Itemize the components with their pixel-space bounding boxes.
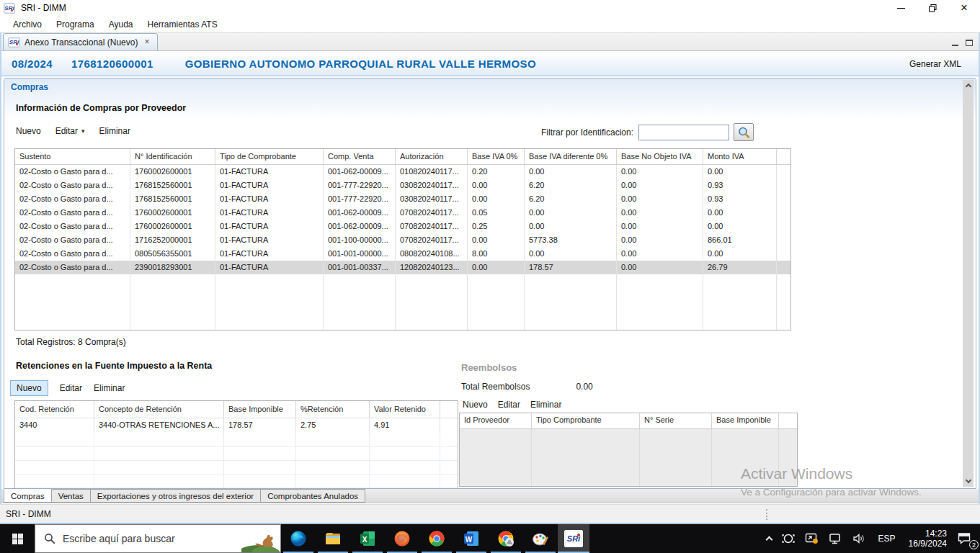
table-row[interactable]: 02-Costo o Gasto para d...08050563550010… — [15, 247, 790, 261]
header-cell[interactable]: Tipo de Comprobante — [215, 149, 324, 164]
tab-comprobantes-anulados[interactable]: Comprobantes Anulados — [261, 489, 365, 503]
restore-button[interactable] — [917, 0, 948, 16]
clock[interactable]: 14:23 16/9/2024 — [903, 524, 953, 553]
tab-ventas[interactable]: Ventas — [52, 489, 91, 503]
filter-search-button[interactable] — [734, 123, 754, 141]
reembolsos-table: Id ProveedorTipo ComprobanteN° SerieBase… — [459, 413, 798, 487]
table-row[interactable]: 02-Costo o Gasto para d...17681525600010… — [15, 192, 790, 206]
minimize-button[interactable] — [885, 0, 917, 16]
table-row[interactable]: 02-Costo o Gasto para d...23900182930010… — [15, 261, 790, 274]
scroll-down-button[interactable] — [963, 476, 974, 487]
header-cell[interactable]: Autorización — [396, 149, 468, 164]
tab-anexo-transaccional[interactable]: SRi Anexo Transaccional (Nuevo) × — [3, 33, 158, 50]
taskbar-search[interactable]: Escribe aquí para buscar — [35, 524, 281, 553]
header-cell[interactable]: Base IVA diferente 0% — [525, 149, 617, 164]
cell: 0.00 — [617, 206, 703, 220]
header-cell[interactable]: Base Imponible — [224, 401, 296, 418]
header-cell[interactable]: N° Serie — [640, 413, 712, 428]
tab-exportaciones[interactable]: Exportaciones y otros ingresos del exter… — [91, 489, 261, 503]
header-cell[interactable]: Tipo Comprobante — [532, 413, 640, 428]
table-row — [15, 274, 790, 330]
header-cell[interactable]: N° Identificación — [130, 149, 215, 164]
taskbar-sri-dimm[interactable]: SRi — [558, 524, 589, 553]
generar-xml-button[interactable]: Generar XML — [905, 57, 966, 71]
table-row[interactable]: 02-Costo o Gasto para d...17162520000010… — [15, 233, 790, 247]
language-indicator[interactable]: ESP — [871, 524, 903, 553]
header-cell[interactable]: Concepto de Retención — [94, 401, 224, 418]
header-cell[interactable]: Sustento — [15, 149, 130, 164]
cell: 5773.38 — [525, 233, 617, 247]
cell: 0.93 — [703, 192, 777, 206]
compras-eliminar-button[interactable]: Eliminar — [99, 126, 130, 136]
taskbar-file-explorer[interactable] — [316, 524, 350, 553]
view-minimize-icon[interactable] — [952, 45, 958, 46]
start-button[interactable] — [0, 524, 35, 553]
retenciones-eliminar-button[interactable]: Eliminar — [94, 383, 125, 393]
cell: 0.00 — [703, 220, 777, 233]
filter-input[interactable] — [638, 125, 729, 140]
taskbar-edge[interactable] — [281, 524, 316, 553]
header-cell[interactable]: Monto IVA — [703, 149, 777, 164]
menu-bar: Archivo Programa Ayuda Herramientas ATS — [0, 16, 980, 32]
cell: 0.00 — [468, 179, 525, 192]
menu-ayuda[interactable]: Ayuda — [102, 17, 141, 32]
cell — [94, 461, 224, 474]
header-cell[interactable]: Base Imponible — [712, 413, 779, 428]
table-row[interactable]: 02-Costo o Gasto para d...17681525600010… — [15, 179, 790, 192]
tray-camera-button[interactable] — [777, 524, 800, 553]
header-cell[interactable]: Id Proveedor — [460, 413, 532, 428]
menu-archivo[interactable]: Archivo — [6, 17, 49, 32]
table-row[interactable]: 02-Costo o Gasto para d...17600026000010… — [15, 165, 790, 179]
tab-close-icon[interactable]: × — [142, 37, 151, 48]
window-titlebar: SRi SRI - DIMM × — [0, 0, 980, 16]
tray-network-button[interactable] — [824, 524, 847, 553]
cell — [224, 447, 296, 460]
notification-badge: 2 — [969, 540, 979, 549]
table-row[interactable]: 02-Costo o Gasto para d...17600026000010… — [15, 206, 790, 220]
tab-compras[interactable]: Compras — [4, 489, 52, 503]
header-cell[interactable]: Valor Retenido — [370, 401, 440, 418]
taskbar-excel[interactable]: X — [350, 524, 385, 553]
action-center-button[interactable]: 2 — [953, 524, 980, 553]
taskbar-firefox[interactable] — [385, 524, 419, 553]
chevron-down-icon: ▾ — [81, 127, 85, 135]
reembolsos-nuevo-button[interactable]: Nuevo — [463, 400, 488, 410]
retenciones-nuevo-button[interactable]: Nuevo — [10, 380, 48, 396]
restore-icon — [929, 4, 937, 12]
cell — [370, 433, 440, 446]
cell: 0.05 — [468, 206, 525, 220]
table-row[interactable]: 02-Costo o Gasto para d...17600026000010… — [15, 220, 790, 233]
table-row[interactable]: 34403440-OTRAS RETENCIONES A...178.572.7… — [15, 418, 458, 433]
tray-volume-button[interactable] — [847, 524, 871, 553]
compras-nuevo-button[interactable]: Nuevo — [16, 126, 41, 136]
view-maximize-icon[interactable] — [966, 40, 973, 46]
table-row — [15, 461, 458, 475]
menu-programa[interactable]: Programa — [49, 17, 102, 32]
header-cell[interactable]: Comp. Venta — [324, 149, 396, 164]
taskbar-chrome[interactable] — [419, 524, 454, 553]
reembolsos-editar-button[interactable]: Editar — [498, 400, 520, 410]
status-grip — [766, 509, 767, 520]
tray-update-button[interactable] — [800, 524, 824, 553]
header-cell[interactable]: Cod. Retención — [15, 401, 94, 418]
scroll-up-button[interactable] — [963, 80, 974, 91]
retenciones-editar-button[interactable]: Editar — [60, 383, 82, 393]
taskbar-chrome-profile[interactable] — [489, 524, 523, 553]
vertical-scrollbar[interactable] — [963, 80, 974, 487]
cell: 02-Costo o Gasto para d... — [15, 220, 130, 233]
compras-editar-button[interactable]: Editar▾ — [55, 126, 85, 136]
svg-text:W: W — [466, 536, 473, 544]
cell: 120820240123... — [396, 261, 468, 274]
cell: 3440 — [15, 418, 94, 433]
taskbar-word[interactable]: W — [454, 524, 489, 553]
menu-herramientas-ats[interactable]: Herramientas ATS — [141, 17, 225, 32]
close-button[interactable]: × — [948, 0, 980, 16]
reembolsos-eliminar-button[interactable]: Eliminar — [530, 400, 561, 410]
taskbar-paint[interactable] — [523, 524, 558, 553]
tray-expand-button[interactable] — [762, 524, 777, 553]
cell: 0.93 — [703, 179, 777, 192]
cell: 001-062-00009... — [324, 220, 396, 233]
header-cell[interactable]: Base No Objeto IVA — [617, 149, 703, 164]
header-cell[interactable]: Base IVA 0% — [468, 149, 525, 164]
header-cell[interactable]: %Retención — [296, 401, 370, 418]
